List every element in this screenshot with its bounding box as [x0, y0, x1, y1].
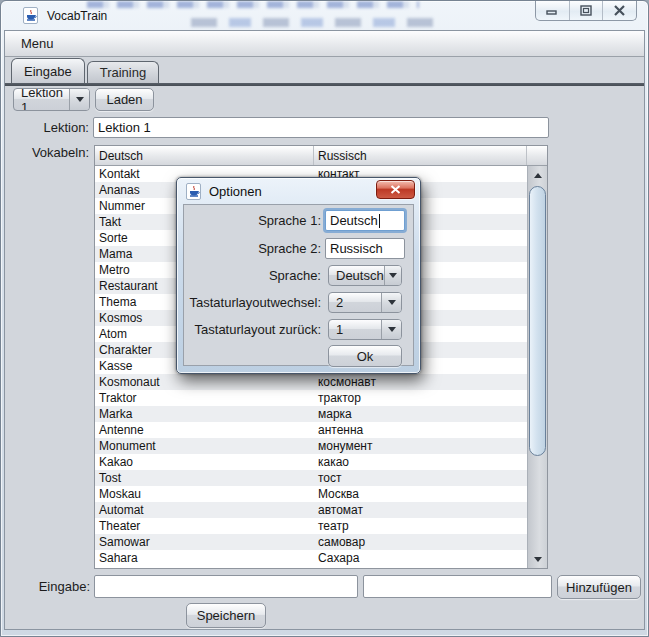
titlebar-ghost-text [191, 18, 439, 27]
scroll-up-icon[interactable] [528, 167, 547, 183]
table-row[interactable]: Kakaoкакао [95, 454, 527, 470]
entry-field-deutsch[interactable] [94, 575, 358, 598]
sprache1-label: Sprache 1: [184, 213, 321, 228]
titlebar[interactable]: VocabTrain [1, 1, 648, 30]
layout-zurueck-select[interactable]: 1 [328, 319, 402, 340]
titlebar-ghost-text [87, 1, 419, 8]
tab-training[interactable]: Training [87, 61, 159, 83]
minimize-button[interactable] [536, 1, 570, 20]
vocab-label: Vokabeln: [5, 145, 89, 160]
sprache1-input[interactable]: Deutsch [325, 210, 405, 231]
table-row[interactable]: Samowarсамовар [95, 534, 527, 550]
scroll-down-icon[interactable] [528, 551, 547, 567]
close-button[interactable] [603, 1, 636, 20]
cell-russisch: марка [314, 406, 527, 422]
cell-russisch: космонавт [314, 374, 527, 390]
cell-deutsch: Moskau [95, 486, 314, 502]
sprache-select[interactable]: Deutsch [328, 265, 402, 286]
cell-deutsch: Automat [95, 502, 314, 518]
cell-russisch: тост [314, 470, 527, 486]
entry-label: Eingabe: [5, 579, 90, 594]
text-caret [379, 214, 380, 228]
menu-bar: Menu [5, 31, 644, 57]
cell-deutsch: Tost [95, 470, 314, 486]
lesson-select-value: Lektion 1 [14, 89, 69, 110]
options-form: Sprache 1: Deutsch Sprache 2: Russisch S… [183, 204, 414, 366]
window-controls [535, 1, 637, 21]
cell-russisch: самовар [314, 534, 527, 550]
table-row[interactable]: Tostтост [95, 470, 527, 486]
java-cup-icon [186, 183, 201, 200]
add-button[interactable]: Hinzufügen [557, 575, 641, 599]
cell-russisch: какао [314, 454, 527, 470]
cell-deutsch: Traktor [95, 390, 314, 406]
options-dialog: Optionen Sprache 1: Deutsch Sprache 2: R… [176, 177, 421, 374]
table-row[interactable]: Antenneантенна [95, 422, 527, 438]
sprache2-label: Sprache 2: [184, 241, 321, 256]
cell-deutsch: Sahara [95, 550, 314, 566]
cell-russisch: автомат [314, 502, 527, 518]
scrollbar-thumb[interactable] [529, 186, 546, 456]
entry-field-russisch[interactable] [363, 575, 552, 598]
cell-deutsch: Kakao [95, 454, 314, 470]
layoutwechsel-select[interactable]: 2 [328, 292, 402, 313]
table-row[interactable]: Automatавтомат [95, 502, 527, 518]
ok-button[interactable]: Ok [328, 345, 402, 367]
cell-russisch: антенна [314, 422, 527, 438]
chevron-down-icon [384, 266, 401, 285]
maximize-button[interactable] [570, 1, 604, 20]
dialog-title: Optionen [209, 184, 262, 199]
cell-deutsch: Monument [95, 438, 314, 454]
dialog-close-button[interactable] [376, 180, 415, 199]
sprache-label: Sprache: [184, 268, 321, 283]
tab-eingabe[interactable]: Eingabe [11, 58, 85, 83]
lesson-name-input[interactable] [93, 117, 549, 138]
chevron-down-icon [69, 89, 89, 110]
app-window: VocabTrain Menu Eingabe Training [0, 0, 649, 637]
cell-russisch: Москва [314, 486, 527, 502]
cell-deutsch: Kosmonaut [95, 374, 314, 390]
cell-russisch: Сахара [314, 550, 527, 566]
save-button[interactable]: Speichern [186, 603, 266, 628]
vertical-scrollbar[interactable] [527, 166, 547, 568]
cell-deutsch: Samowar [95, 534, 314, 550]
cell-deutsch: Theater [95, 518, 314, 534]
column-header-corner [527, 146, 547, 165]
load-button[interactable]: Laden [95, 88, 154, 111]
sprache2-input[interactable]: Russisch [325, 238, 405, 259]
java-cup-icon [23, 7, 38, 24]
menu-item-menu[interactable]: Menu [21, 36, 54, 51]
table-row[interactable]: Monumentмонумент [95, 438, 527, 454]
tab-strip: Eingabe Training [11, 58, 159, 83]
window-title: VocabTrain [47, 9, 107, 23]
table-row[interactable]: MoskauМосква [95, 486, 527, 502]
cell-deutsch: Antenne [95, 422, 314, 438]
cell-russisch: театр [314, 518, 527, 534]
chevron-down-icon [381, 293, 401, 312]
table-row[interactable]: Theaterтеатр [95, 518, 527, 534]
table-row[interactable]: SaharaСахара [95, 550, 527, 566]
cell-deutsch: Marka [95, 406, 314, 422]
lesson-select[interactable]: Lektion 1 [13, 88, 90, 111]
layout-zurueck-label: Tastaturlayout zurück: [184, 322, 321, 337]
table-row[interactable]: Traktorтрактор [95, 390, 527, 406]
column-header-russisch[interactable]: Russisch [314, 146, 527, 165]
lesson-label: Lektion: [5, 120, 89, 135]
table-row[interactable]: Markaмарка [95, 406, 527, 422]
cell-russisch: монумент [314, 438, 527, 454]
chevron-down-icon [381, 320, 401, 339]
layoutwechsel-label: Tastaturlayoutwechsel: [184, 295, 321, 310]
vocab-table-header: Deutsch Russisch [95, 146, 547, 166]
table-row[interactable]: Kosmonautкосмонавт [95, 374, 527, 390]
cell-russisch: трактор [314, 390, 527, 406]
column-header-deutsch[interactable]: Deutsch [95, 146, 314, 165]
